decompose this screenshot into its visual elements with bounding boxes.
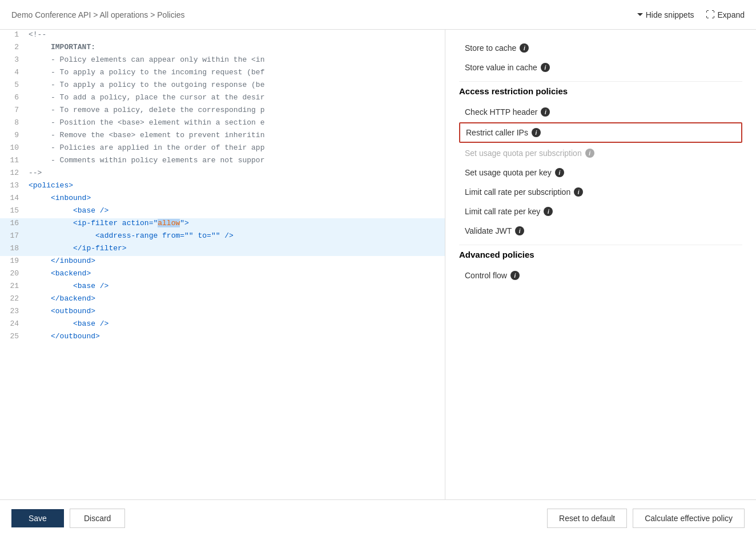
- validate-jwt-label: Validate JWT: [465, 226, 512, 235]
- code-line-23: 23 <outbound>: [0, 306, 445, 319]
- code-line-24: 24 <base />: [0, 319, 445, 331]
- policy-item-limit-call-rate-key[interactable]: Limit call rate per key i: [459, 202, 742, 221]
- limit-call-rate-key-info-icon[interactable]: i: [544, 207, 553, 216]
- code-line-5: 5 - To apply a policy to the outgoing re…: [0, 80, 445, 93]
- code-line-2: 2 IMPORTANT:: [0, 42, 445, 55]
- validate-jwt-info-icon[interactable]: i: [515, 226, 524, 235]
- policy-item-limit-call-rate-subscription[interactable]: Limit call rate per subscription i: [459, 183, 742, 201]
- code-line-8: 8 - Position the <base> element within a…: [0, 118, 445, 130]
- set-usage-quota-key-label: Set usage quota per key: [465, 168, 552, 177]
- breadcrumb-operations[interactable]: All operations: [99, 10, 148, 19]
- code-editor[interactable]: 1 <!-- 2 IMPORTANT: 3 - Policy elements …: [0, 30, 445, 499]
- code-line-9: 9 - Remove the <base> element to prevent…: [0, 130, 445, 143]
- discard-button[interactable]: Discard: [70, 509, 125, 528]
- control-flow-info-icon[interactable]: i: [510, 271, 520, 280]
- code-line-16: 16 <ip-filter action="allow">: [0, 218, 445, 231]
- limit-call-rate-subscription-label: Limit call rate per subscription: [465, 187, 570, 197]
- check-http-header-info-icon[interactable]: i: [541, 107, 550, 117]
- hide-snippets-button[interactable]: Hide snippets: [637, 10, 694, 19]
- reset-to-default-button[interactable]: Reset to default: [547, 509, 627, 528]
- code-line-7: 7 - To remove a policy, delete the corre…: [0, 105, 445, 118]
- code-line-11: 11 - Comments within policy elements are…: [0, 155, 445, 168]
- code-line-6: 6 - To add a policy, place the cursor at…: [0, 93, 445, 105]
- policy-item-validate-jwt[interactable]: Validate JWT i: [459, 222, 742, 240]
- set-usage-quota-key-info-icon[interactable]: i: [555, 168, 564, 177]
- set-usage-quota-subscription-label: Set usage quota per subscription: [465, 149, 582, 158]
- store-value-in-cache-info-icon[interactable]: i: [541, 63, 550, 72]
- policy-item-control-flow[interactable]: Control flow i: [459, 266, 742, 285]
- policy-item-store-value-in-cache[interactable]: Store value in cache i: [459, 58, 742, 77]
- limit-call-rate-key-label: Limit call rate per key: [465, 207, 540, 216]
- code-line-17: 17 <address-range from="" to="" />: [0, 231, 445, 243]
- code-line-22: 22 </backend>: [0, 294, 445, 306]
- access-restriction-header: Access restriction policies: [459, 86, 742, 96]
- policy-item-check-http-header[interactable]: Check HTTP header i: [459, 103, 742, 121]
- policy-item-set-usage-quota-key[interactable]: Set usage quota per key i: [459, 163, 742, 182]
- advanced-policies-header: Advanced policies: [459, 250, 742, 259]
- code-line-3: 3 - Policy elements can appear only with…: [0, 55, 445, 67]
- code-line-20: 20 <backend>: [0, 269, 445, 281]
- expand-button[interactable]: ⛶ Expand: [706, 10, 745, 20]
- code-line-12: 12 -->: [0, 168, 445, 181]
- restrict-caller-ips-info-icon[interactable]: i: [532, 128, 541, 137]
- main-layout: 1 <!-- 2 IMPORTANT: 3 - Policy elements …: [0, 30, 756, 499]
- restrict-caller-ips-label: Restrict caller IPs: [466, 128, 528, 137]
- store-to-cache-info-icon[interactable]: i: [520, 43, 529, 53]
- breadcrumb-sep2: >: [150, 10, 157, 19]
- code-line-14: 14 <inbound>: [0, 193, 445, 206]
- code-line-10: 10 - Policies are applied in the order o…: [0, 143, 445, 155]
- expand-icon: ⛶: [706, 10, 715, 20]
- code-line-1: 1 <!--: [0, 30, 445, 42]
- policy-item-restrict-caller-ips[interactable]: Restrict caller IPs i: [459, 122, 742, 143]
- hide-snippets-label: Hide snippets: [646, 10, 694, 19]
- top-bar: Demo Conference API > All operations > P…: [0, 0, 756, 30]
- limit-call-rate-subscription-info-icon[interactable]: i: [574, 187, 583, 197]
- code-line-21: 21 <base />: [0, 281, 445, 294]
- expand-label: Expand: [718, 10, 745, 19]
- calculate-effective-policy-button[interactable]: Calculate effective policy: [633, 509, 745, 528]
- code-line-13: 13 <policies>: [0, 181, 445, 193]
- set-usage-quota-subscription-info-icon: i: [585, 149, 594, 158]
- store-value-in-cache-label: Store value in cache: [465, 63, 537, 72]
- code-line-25: 25 </outbound>: [0, 331, 445, 344]
- right-panel: Store to cache i Store value in cache i …: [445, 30, 756, 499]
- policy-item-store-to-cache[interactable]: Store to cache i: [459, 39, 742, 57]
- code-line-19: 19 </inbound>: [0, 256, 445, 269]
- divider-2: [459, 245, 742, 245]
- breadcrumb-sep1: >: [93, 10, 99, 19]
- breadcrumb-policies[interactable]: Policies: [157, 10, 184, 19]
- policy-item-set-usage-quota-subscription: Set usage quota per subscription i: [459, 144, 742, 162]
- breadcrumb-api[interactable]: Demo Conference API: [11, 10, 91, 19]
- store-to-cache-label: Store to cache: [465, 43, 516, 53]
- check-http-header-label: Check HTTP header: [465, 107, 537, 117]
- code-line-15: 15 <base />: [0, 206, 445, 218]
- divider-1: [459, 81, 742, 82]
- save-button[interactable]: Save: [11, 509, 64, 527]
- breadcrumb: Demo Conference API > All operations > P…: [11, 10, 185, 19]
- chevron-down-icon: [637, 13, 643, 16]
- bottom-bar: Save Discard Reset to default Calculate …: [0, 499, 756, 536]
- code-line-18: 18 </ip-filter>: [0, 243, 445, 256]
- control-flow-label: Control flow: [465, 271, 507, 280]
- top-bar-actions: Hide snippets ⛶ Expand: [637, 10, 745, 20]
- code-line-4: 4 - To apply a policy to the incoming re…: [0, 67, 445, 80]
